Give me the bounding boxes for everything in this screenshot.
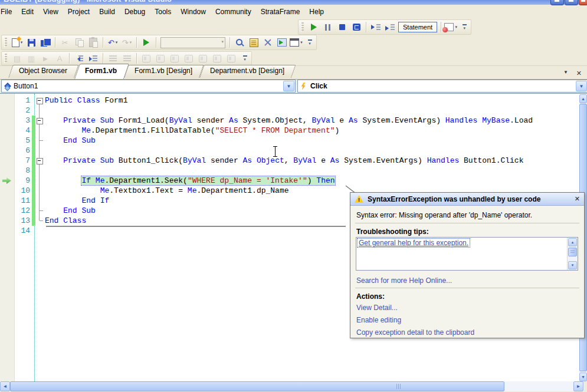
start-button-icon: [143, 39, 149, 46]
code-token: ,: [284, 156, 294, 165]
add-new-item-button[interactable]: ▾: [10, 36, 24, 49]
start-button[interactable]: [139, 36, 153, 49]
toolbar-overflow-button[interactable]: ▾: [461, 24, 468, 30]
cut-button[interactable]: ✂: [58, 36, 72, 49]
solution-explorer-button[interactable]: [275, 36, 289, 49]
parameter-info-button[interactable]: ▥: [24, 52, 38, 65]
action-link-2[interactable]: Enable editing: [356, 316, 474, 324]
restart-button[interactable]: [349, 21, 363, 34]
increase-indent-button[interactable]: [86, 52, 100, 65]
menu-item-view[interactable]: View: [38, 5, 63, 18]
statement-granularity[interactable]: Statement: [398, 22, 437, 32]
copy-button[interactable]: [72, 36, 86, 49]
next-bookmark-button[interactable]: [168, 52, 182, 65]
code-line-2: 2: [0, 106, 579, 116]
toggle-bookmark-button[interactable]: [139, 52, 153, 65]
step-into-button[interactable]: [369, 21, 383, 34]
breakpoints-window-button[interactable]: ▾: [444, 21, 458, 34]
code-token: [96, 116, 100, 125]
code-line-4: 4 Me.Department1.FillDataTable("SELECT *…: [0, 126, 579, 136]
troubleshooting-tips-list[interactable]: ▲ ▼ Get general help for this exception.: [356, 237, 578, 271]
break-all-button[interactable]: [321, 21, 335, 34]
event-dropdown[interactable]: Click ▼: [297, 80, 587, 93]
close-document-icon[interactable]: ✕: [576, 70, 582, 77]
break-all-button-icon: [325, 24, 327, 31]
find-combo[interactable]: ▾: [160, 37, 225, 48]
decrease-indent-button[interactable]: [72, 52, 86, 65]
scroll-up-icon[interactable]: ▲: [579, 94, 587, 103]
toolbox-button[interactable]: [261, 36, 275, 49]
chevron-down-icon[interactable]: ▾: [21, 40, 23, 45]
quick-info-button[interactable]: ►: [38, 52, 53, 65]
save-button[interactable]: [24, 36, 38, 49]
menu-item-strataframe[interactable]: StrataFrame: [256, 5, 305, 18]
scroll-left-icon[interactable]: ◄: [0, 381, 10, 391]
scroll-down-icon[interactable]: ▼: [579, 373, 587, 381]
menu-item-tools[interactable]: Tools: [150, 5, 176, 18]
menu-item-file[interactable]: File: [0, 5, 17, 18]
chevron-down-icon[interactable]: ▾: [130, 40, 132, 45]
chevron-down-icon[interactable]: ▾: [455, 25, 457, 29]
object-dropdown[interactable]: Button1 ▼: [1, 80, 296, 93]
chevron-down-icon[interactable]: ▾: [300, 40, 303, 45]
tab-object-browser[interactable]: Object Browser: [8, 65, 74, 78]
menu-item-debug[interactable]: Debug: [120, 5, 150, 18]
menu-item-community[interactable]: Community: [211, 5, 256, 18]
collapse-region-toggle-icon[interactable]: [37, 158, 43, 164]
comment-lines-button[interactable]: [106, 52, 120, 65]
previous-bookmark-button[interactable]: [153, 52, 168, 65]
search-help-online-link[interactable]: Search for more Help Online...: [356, 276, 452, 285]
find-in-files-button[interactable]: [232, 36, 247, 49]
menu-item-project[interactable]: Project: [63, 5, 94, 18]
exception-close-icon[interactable]: ✕: [575, 195, 580, 203]
line-number: 11: [13, 196, 30, 206]
action-link-3[interactable]: Copy exception detail to the clipboard: [356, 328, 474, 337]
previous-bookmark-document-button[interactable]: [210, 52, 224, 65]
command-window-button[interactable]: ▾: [289, 36, 303, 49]
collapse-region-toggle-icon[interactable]: [37, 118, 43, 124]
word-completion-button[interactable]: A: [53, 52, 67, 65]
toolbar-grip[interactable]: [4, 54, 7, 63]
next-bookmark-folder-button[interactable]: [196, 52, 210, 65]
event-dropdown-arrow-icon[interactable]: ▼: [576, 81, 587, 91]
toolbar-grip[interactable]: [4, 38, 7, 47]
uncomment-lines-button[interactable]: [120, 52, 134, 65]
toolbar-grip[interactable]: [301, 22, 304, 32]
stop-debugging-button[interactable]: [335, 21, 349, 34]
tab-department-vb-design-[interactable]: Department.vb [Design]: [199, 65, 291, 78]
object-dropdown-arrow-icon[interactable]: ▼: [283, 81, 294, 91]
member-list-button[interactable]: ▤: [10, 52, 24, 65]
tips-scrollbar-thumb[interactable]: [568, 248, 577, 256]
properties-window-button[interactable]: [247, 36, 261, 49]
active-files-dropdown-icon[interactable]: ▼: [563, 70, 568, 75]
save-all-button[interactable]: [38, 36, 53, 49]
copy-button-icon: [76, 38, 83, 47]
chevron-down-icon[interactable]: ▾: [116, 40, 118, 45]
redo-button[interactable]: ↷▾: [120, 36, 134, 49]
continue-button[interactable]: [307, 21, 321, 34]
clear-bookmarks-button[interactable]: [224, 52, 238, 65]
tab-form1-vb-design-[interactable]: Form1.vb [Design]: [124, 65, 199, 78]
menu-item-window[interactable]: Window: [176, 5, 211, 18]
toolbar-overflow-button[interactable]: ▾: [241, 55, 248, 61]
previous-bookmark-folder-button[interactable]: [182, 52, 196, 65]
paste-button[interactable]: [86, 36, 100, 49]
collapse-region-toggle-icon[interactable]: [37, 98, 43, 104]
tip-link[interactable]: Get general help for this exception.: [358, 239, 470, 247]
undo-button[interactable]: ↶▾: [106, 36, 120, 49]
step-over-button[interactable]: [383, 21, 397, 34]
menu-item-build[interactable]: Build: [94, 5, 120, 18]
toolbar-overflow-button[interactable]: ▾: [306, 39, 313, 45]
horizontal-scrollbar-thumb[interactable]: [10, 381, 504, 391]
tab-form1-vb[interactable]: Form1.vb: [74, 64, 124, 79]
tips-scrollbar[interactable]: ▲ ▼: [567, 238, 578, 270]
editor-horizontal-scrollbar[interactable]: ◄ ►: [0, 381, 584, 391]
menu-item-edit[interactable]: Edit: [17, 5, 38, 18]
action-link-1[interactable]: View Detail...: [356, 304, 474, 312]
code-token: As: [243, 156, 252, 165]
scroll-right-icon[interactable]: ►: [573, 381, 583, 391]
scroll-down-icon[interactable]: ▼: [568, 261, 577, 269]
menu-item-help[interactable]: Help: [304, 5, 329, 18]
tab-label: Form1.vb: [85, 67, 117, 75]
scroll-up-icon[interactable]: ▲: [568, 238, 577, 246]
